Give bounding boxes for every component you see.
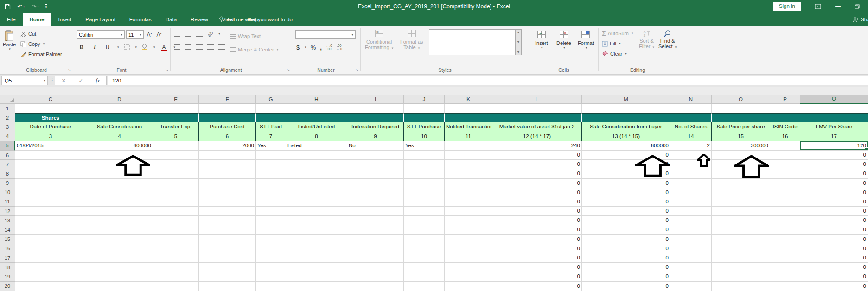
- cell-C2[interactable]: Shares: [15, 113, 86, 122]
- fill-handle[interactable]: [865, 147, 868, 151]
- row-header-10[interactable]: 10: [0, 188, 15, 197]
- cell-C10[interactable]: [15, 188, 86, 197]
- cell-P4[interactable]: 16: [770, 132, 800, 141]
- cell-L17[interactable]: 0: [492, 253, 582, 263]
- cell-J13[interactable]: [404, 216, 445, 225]
- cell-D11[interactable]: [86, 197, 153, 207]
- cell-P20[interactable]: [770, 282, 800, 291]
- cell-K8[interactable]: [445, 169, 492, 178]
- cell-L13[interactable]: 0: [492, 216, 582, 225]
- tab-review[interactable]: Review: [184, 13, 215, 26]
- cell-O12[interactable]: [712, 207, 770, 216]
- cell-O5[interactable]: 300000: [712, 141, 770, 151]
- cell-D6[interactable]: [86, 151, 153, 160]
- cell-Q2[interactable]: [800, 113, 868, 122]
- cell-N7[interactable]: [670, 160, 712, 169]
- cell-F5[interactable]: 2000: [199, 141, 256, 151]
- cell-H5[interactable]: Listed: [286, 141, 347, 151]
- cell-E18[interactable]: [153, 263, 199, 272]
- cell-C1[interactable]: [15, 104, 86, 113]
- cell-F6[interactable]: [199, 151, 256, 160]
- cell-D20[interactable]: [86, 282, 153, 291]
- cell-G5[interactable]: Yes: [256, 141, 286, 151]
- font-size-combobox[interactable]: 11▾: [126, 30, 144, 39]
- cell-E17[interactable]: [153, 253, 199, 263]
- number-format-combobox[interactable]: ▾: [295, 30, 356, 39]
- cell-D4[interactable]: 4: [86, 132, 153, 141]
- restore-icon[interactable]: [855, 4, 860, 9]
- cell-P12[interactable]: [770, 207, 800, 216]
- cell-N18[interactable]: [670, 263, 712, 272]
- name-box-dropdown-icon[interactable]: ▾: [44, 79, 45, 82]
- row-header-16[interactable]: 16: [0, 244, 15, 253]
- cell-C4[interactable]: 3: [15, 132, 86, 141]
- cell-D1[interactable]: [86, 104, 153, 113]
- cell-M9[interactable]: 0: [582, 179, 670, 188]
- wrap-text-button[interactable]: Wrap Text: [230, 31, 261, 41]
- column-header-C[interactable]: C: [15, 95, 86, 104]
- cell-Q7[interactable]: 0: [800, 160, 868, 169]
- column-header-K[interactable]: K: [445, 95, 492, 104]
- column-header-Q[interactable]: Q: [800, 95, 868, 104]
- enter-icon[interactable]: ✓: [79, 78, 83, 84]
- cell-D3[interactable]: Sale Consideration: [86, 122, 153, 132]
- cell-J11[interactable]: [404, 197, 445, 207]
- cell-M5[interactable]: 600000: [582, 141, 670, 151]
- orientation-dropdown-icon[interactable]: ▾: [218, 32, 220, 36]
- row-header-13[interactable]: 13: [0, 216, 15, 225]
- gallery-more-icon[interactable]: ▼: [517, 50, 520, 54]
- cell-H9[interactable]: [286, 179, 347, 188]
- cell-L4[interactable]: 12 (14 * 17): [492, 132, 582, 141]
- cell-N14[interactable]: [670, 225, 712, 234]
- cell-H17[interactable]: [286, 253, 347, 263]
- cell-E4[interactable]: 5: [153, 132, 199, 141]
- cell-Q15[interactable]: 0: [800, 235, 868, 244]
- cell-J5[interactable]: Yes: [404, 141, 445, 151]
- cell-N8[interactable]: [670, 169, 712, 178]
- cell-Q18[interactable]: 0: [800, 263, 868, 272]
- cell-E15[interactable]: [153, 235, 199, 244]
- cell-K3[interactable]: Notified Transaction: [445, 122, 492, 132]
- cell-C12[interactable]: [15, 207, 86, 216]
- accounting-format-icon[interactable]: $: [296, 44, 300, 51]
- cell-K19[interactable]: [445, 272, 492, 281]
- cell-C9[interactable]: [15, 179, 86, 188]
- cell-O4[interactable]: 15: [712, 132, 770, 141]
- cell-Q9[interactable]: 0: [800, 179, 868, 188]
- cell-D5[interactable]: 600000: [86, 141, 153, 151]
- cell-O17[interactable]: [712, 253, 770, 263]
- row-header-2[interactable]: 2: [0, 113, 15, 122]
- cell-I19[interactable]: [347, 272, 404, 281]
- cell-J18[interactable]: [404, 263, 445, 272]
- clear-button[interactable]: Clear ▾: [602, 49, 633, 59]
- row-header-1[interactable]: 1: [0, 104, 15, 113]
- column-header-L[interactable]: L: [492, 95, 582, 104]
- cell-C14[interactable]: [15, 225, 86, 234]
- sign-in-button[interactable]: Sign in: [773, 2, 801, 11]
- cell-N2[interactable]: [670, 113, 712, 122]
- cell-I8[interactable]: [347, 169, 404, 178]
- cell-G6[interactable]: [256, 151, 286, 160]
- cell-I9[interactable]: [347, 179, 404, 188]
- cell-P19[interactable]: [770, 272, 800, 281]
- cell-G15[interactable]: [256, 235, 286, 244]
- cell-H20[interactable]: [286, 282, 347, 291]
- merge-center-dropdown-icon[interactable]: ▾: [277, 48, 279, 51]
- cell-F19[interactable]: [199, 272, 256, 281]
- column-header-P[interactable]: P: [770, 95, 800, 104]
- cell-F7[interactable]: [199, 160, 256, 169]
- cell-I3[interactable]: Indexation Required: [347, 122, 404, 132]
- cell-O6[interactable]: [712, 151, 770, 160]
- cell-G4[interactable]: 7: [256, 132, 286, 141]
- cell-O14[interactable]: [712, 225, 770, 234]
- cell-J12[interactable]: [404, 207, 445, 216]
- cell-E10[interactable]: [153, 188, 199, 197]
- cell-J9[interactable]: [404, 179, 445, 188]
- cell-F11[interactable]: [199, 197, 256, 207]
- cell-J7[interactable]: [404, 160, 445, 169]
- cell-G19[interactable]: [256, 272, 286, 281]
- cell-J15[interactable]: [404, 235, 445, 244]
- cell-C20[interactable]: [15, 282, 86, 291]
- cell-I1[interactable]: [347, 104, 404, 113]
- align-middle-icon[interactable]: [185, 32, 191, 37]
